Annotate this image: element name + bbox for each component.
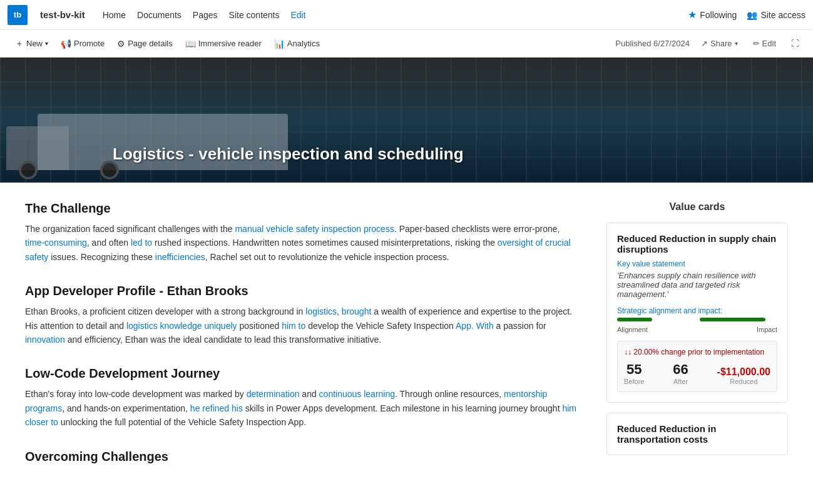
after-metric: 66 After xyxy=(673,361,688,385)
cmd-bar-right: Published 6/27/2024 ↗ Share ▾ ✏ Edit ⛶ xyxy=(615,36,803,51)
hero-banner: Logistics - vehicle inspection and sched… xyxy=(0,58,813,183)
expand-icon: ⛶ xyxy=(791,39,799,48)
top-bar-right: ★ Following 👥 Site access xyxy=(688,9,805,21)
after-label: After xyxy=(673,378,688,385)
value-cards-title: Value cards xyxy=(606,201,788,213)
alignment-section: Strategic alignment and impact: Alignmen… xyxy=(617,306,777,333)
share-icon: ↗ xyxy=(701,39,708,48)
new-chevron-icon: ▾ xyxy=(45,40,48,47)
promote-icon: 📢 xyxy=(61,39,71,49)
site-access-label: Site access xyxy=(760,10,805,20)
site-name: test-bv-kit xyxy=(40,9,85,20)
value-card-1: Reduced Reduction in supply chain disrup… xyxy=(606,223,788,403)
nav-pages[interactable]: Pages xyxy=(193,10,218,20)
value-card-2: Reduced Reduction in transportation cost… xyxy=(606,413,788,455)
immersive-reader-icon: 📖 xyxy=(185,39,196,49)
analytics-button[interactable]: 📊 Analytics xyxy=(269,36,325,51)
command-bar: ＋ New ▾ 📢 Promote ⚙ Page details 📖 Immer… xyxy=(0,30,813,58)
bar-labels-row: Alignment Impact xyxy=(617,326,777,333)
promote-label: Promote xyxy=(74,39,105,48)
nav-edit[interactable]: Edit xyxy=(291,10,306,20)
impact-label-text: Impact xyxy=(757,326,777,333)
people-icon: 👥 xyxy=(747,10,757,20)
profile-heading: App Developer Profile - Ethan Brooks xyxy=(25,284,581,298)
promote-button[interactable]: 📢 Promote xyxy=(56,36,110,51)
reduced-label: Reduced xyxy=(717,378,770,385)
kv-label-1: Key value statement xyxy=(617,260,777,268)
site-access-button[interactable]: 👥 Site access xyxy=(747,10,805,20)
nav-documents[interactable]: Documents xyxy=(137,10,182,20)
change-label: ↓ 20.00% change prior to implementation xyxy=(628,348,764,356)
alignment-label-text: Alignment xyxy=(617,326,648,333)
alignment-bar-container xyxy=(617,318,695,323)
analytics-icon: 📊 xyxy=(274,39,285,49)
metrics-row: 55 Before 66 After -$11,000.00 Reduced xyxy=(624,361,770,385)
lowcode-text: Ethan's foray into low-code development … xyxy=(25,387,581,429)
nav-site-contents[interactable]: Site contents xyxy=(229,10,280,20)
before-label: Before xyxy=(624,378,644,385)
alignment-label: Strategic alignment and impact: xyxy=(617,306,777,315)
share-chevron-icon: ▾ xyxy=(735,40,738,47)
following-label: Following xyxy=(700,10,737,20)
published-status: Published 6/27/2024 xyxy=(615,39,690,48)
article-content: The Challenge The organization faced sig… xyxy=(25,201,581,484)
star-icon: ★ xyxy=(688,9,697,21)
section-profile: App Developer Profile - Ethan Brooks Eth… xyxy=(25,284,581,346)
lowcode-heading: Low-Code Development Journey xyxy=(25,366,581,381)
before-metric: 55 Before xyxy=(624,361,644,385)
metric-box-1: ↓ ↓ 20.00% change prior to implementatio… xyxy=(617,341,777,392)
nav-home[interactable]: Home xyxy=(103,10,126,20)
kv-text-1: 'Enhances supply chain resilience with s… xyxy=(617,271,777,299)
overcoming-heading: Overcoming Challenges xyxy=(25,450,581,464)
bars-row xyxy=(617,318,777,323)
top-bar: tb test-bv-kit Home Documents Pages Site… xyxy=(0,0,813,30)
top-nav: Home Documents Pages Site contents Edit xyxy=(103,10,306,20)
reduced-metric: -$11,000.00 Reduced xyxy=(717,366,770,385)
truck-decoration xyxy=(0,89,813,183)
page-details-label: Page details xyxy=(128,39,173,48)
edit-button[interactable]: ✏ Edit xyxy=(749,36,780,51)
page-details-button[interactable]: ⚙ Page details xyxy=(112,36,178,51)
before-value: 55 xyxy=(624,361,644,378)
site-logo: tb xyxy=(8,5,28,25)
reduced-value: -$11,000.00 xyxy=(717,366,770,378)
value-card-2-heading: Reduced Reduction in transportation cost… xyxy=(617,423,777,445)
new-label: New xyxy=(26,39,43,48)
immersive-reader-button[interactable]: 📖 Immersive reader xyxy=(180,36,267,51)
plus-icon: ＋ xyxy=(15,38,24,49)
challenge-text: The organization faced significant chall… xyxy=(25,222,581,264)
profile-text: Ethan Brooks, a proficient citizen devel… xyxy=(25,305,581,346)
alignment-bar xyxy=(617,318,652,321)
impact-bar xyxy=(700,318,765,321)
section-challenge: The Challenge The organization faced sig… xyxy=(25,201,581,264)
impact-bar-container xyxy=(700,318,777,323)
share-button[interactable]: ↗ Share ▾ xyxy=(697,36,742,51)
hero-title: Logistics - vehicle inspection and sched… xyxy=(113,144,464,164)
edit-icon: ✏ xyxy=(753,39,760,48)
page-details-icon: ⚙ xyxy=(117,39,125,49)
challenge-heading: The Challenge xyxy=(25,201,581,216)
truck-wheel-1 xyxy=(19,161,38,179)
share-label: Share xyxy=(710,39,732,48)
analytics-label: Analytics xyxy=(287,39,320,48)
main-content: The Challenge The organization faced sig… xyxy=(0,183,813,503)
value-card-1-heading: Reduced Reduction in supply chain disrup… xyxy=(617,233,777,255)
change-row: ↓ ↓ 20.00% change prior to implementatio… xyxy=(624,348,770,356)
expand-button[interactable]: ⛶ xyxy=(787,36,803,51)
following-button[interactable]: ★ Following xyxy=(688,9,737,21)
section-overcoming: Overcoming Challenges xyxy=(25,450,581,464)
section-lowcode: Low-Code Development Journey Ethan's for… xyxy=(25,366,581,429)
after-value: 66 xyxy=(673,361,688,378)
new-button[interactable]: ＋ New ▾ xyxy=(10,36,53,52)
immersive-reader-label: Immersive reader xyxy=(198,39,262,48)
right-sidebar: Value cards Reduced Reduction in supply … xyxy=(606,201,788,484)
edit-label: Edit xyxy=(762,39,776,48)
